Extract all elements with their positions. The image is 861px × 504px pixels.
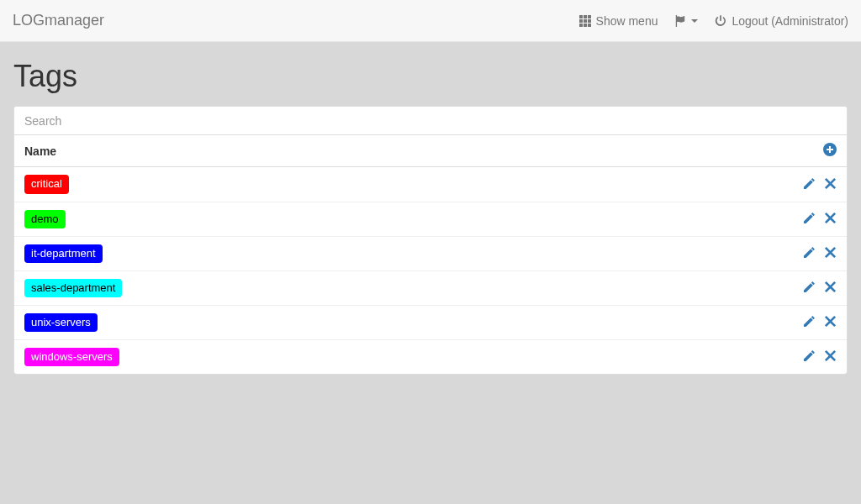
tag-badge: unix-servers xyxy=(24,313,98,332)
navbar-right: Show menu Logout (Administrator) xyxy=(579,14,848,28)
navbar: LOGmanager Show menu Logout (Administrat… xyxy=(0,0,861,42)
table-header: Name xyxy=(14,135,847,167)
table-row: it-department xyxy=(14,236,847,270)
flag-dropdown[interactable] xyxy=(674,15,698,27)
tags-panel: Name criticaldemoit-departmentsales-depa… xyxy=(13,106,848,375)
table-body: criticaldemoit-departmentsales-departmen… xyxy=(14,167,847,374)
plus-circle-icon xyxy=(823,143,837,156)
power-icon xyxy=(715,15,726,27)
table-row: windows-servers xyxy=(14,339,847,374)
delete-button[interactable] xyxy=(824,349,837,365)
table-row: critical xyxy=(14,167,847,202)
show-menu-label: Show menu xyxy=(596,14,658,28)
edit-button[interactable] xyxy=(803,349,816,365)
delete-button[interactable] xyxy=(824,212,837,227)
delete-button[interactable] xyxy=(824,246,837,261)
delete-button[interactable] xyxy=(824,177,837,192)
table-row: unix-servers xyxy=(14,305,847,339)
tag-badge: sales-department xyxy=(24,279,122,297)
delete-button[interactable] xyxy=(824,281,837,296)
table-row: sales-department xyxy=(14,270,847,305)
edit-button[interactable] xyxy=(803,177,816,192)
page-body: Tags Name criticaldemoit-departmentsales… xyxy=(0,42,861,388)
grid-icon xyxy=(579,15,591,27)
show-menu-button[interactable]: Show menu xyxy=(579,14,658,28)
tag-badge: critical xyxy=(24,175,69,193)
page-title: Tags xyxy=(13,59,848,94)
edit-button[interactable] xyxy=(803,315,816,330)
tag-badge: it-department xyxy=(24,244,103,263)
caret-down-icon xyxy=(691,19,698,23)
logout-label: Logout (Administrator) xyxy=(732,14,848,28)
edit-button[interactable] xyxy=(803,246,816,261)
tag-badge: windows-servers xyxy=(24,348,119,366)
column-header-name: Name xyxy=(24,144,823,158)
table-row: demo xyxy=(14,202,847,236)
tag-badge: demo xyxy=(24,210,66,228)
delete-button[interactable] xyxy=(824,315,837,330)
search-input[interactable] xyxy=(14,107,847,135)
flag-icon xyxy=(674,15,686,27)
edit-button[interactable] xyxy=(803,212,816,227)
brand-title: LOGmanager xyxy=(13,12,104,29)
add-tag-button[interactable] xyxy=(823,143,837,159)
edit-button[interactable] xyxy=(803,281,816,296)
logout-button[interactable]: Logout (Administrator) xyxy=(715,14,848,28)
